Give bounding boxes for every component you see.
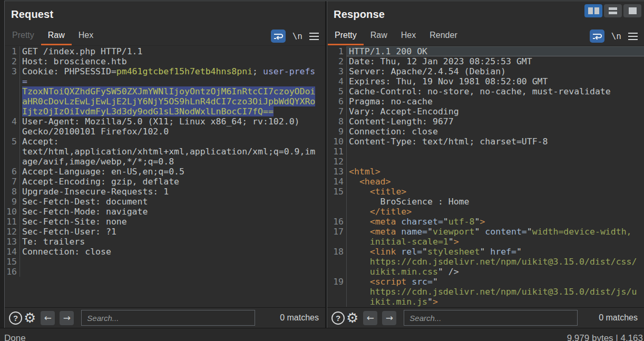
- line-number: 3: [327, 66, 347, 76]
- request-search-bar: ? ⚙ ← → 0 matches: [5, 307, 325, 328]
- request-editor-menu-button[interactable]: [309, 32, 319, 41]
- line-number: 1: [5, 46, 20, 56]
- request-search-input[interactable]: [81, 310, 255, 326]
- response-tab-raw[interactable]: Raw: [364, 27, 394, 45]
- line-number: 7: [327, 106, 347, 116]
- code-line: Date: Thu, 12 Jan 2023 08:25:53 GMT: [347, 56, 644, 66]
- word-wrap-toggle[interactable]: [590, 30, 604, 43]
- code-row: 10Content-Type: text/html; charset=UTF-8: [327, 137, 644, 147]
- code-row: initial-scale=1">: [327, 237, 644, 247]
- line-number: 13: [327, 167, 347, 177]
- code-line: [347, 147, 644, 157]
- line-number: 2: [5, 56, 20, 66]
- status-size-label: 9,979 bytes | 4,163: [567, 333, 643, 341]
- code-line: Expires: Thu, 19 Nov 1981 08:52:00 GMT: [347, 76, 644, 86]
- response-tab-render[interactable]: Render: [423, 27, 464, 45]
- response-editor-menu-button[interactable]: [628, 32, 638, 41]
- code-row: 5Accept:: [5, 137, 325, 147]
- code-line: Upgrade-Insecure-Requests: 1: [20, 187, 325, 197]
- response-search-input[interactable]: [404, 310, 578, 326]
- code-line: ikit.min.js">: [347, 297, 644, 307]
- response-panel-title: Response: [334, 8, 385, 21]
- line-number: [5, 96, 20, 106]
- code-row: TzoxNToiQXZhdGFySW50ZXJmYWNlIjoyOntzOjM6…: [5, 86, 325, 96]
- response-editor[interactable]: 1HTTP/1.1 200 OK2Date: Thu, 12 Jan 2023 …: [327, 45, 644, 307]
- code-row: BroScience : Home: [327, 197, 644, 207]
- help-icon[interactable]: ?: [331, 311, 345, 325]
- line-number: [5, 157, 20, 167]
- response-tab-pretty[interactable]: Pretty: [328, 27, 364, 45]
- code-line: Accept-Encoding: gzip, deflate: [20, 177, 325, 187]
- next-match-button[interactable]: →: [382, 311, 396, 325]
- line-number: [5, 76, 20, 86]
- code-row: 17 <meta name="viewport" content="width=…: [327, 227, 644, 237]
- search-settings-gear-icon[interactable]: ⚙: [24, 311, 36, 325]
- code-row: 9Sec-Fetch-Dest: document: [5, 197, 325, 207]
- code-row: 12Sec-Fetch-User: ?1: [5, 227, 325, 237]
- request-tab-raw[interactable]: Raw: [41, 27, 72, 45]
- code-row: 3Cookie: PHPSESSID=pm461gtcbef15h7etb4hn…: [5, 66, 325, 76]
- columns-view-icon: [594, 7, 599, 14]
- line-number: 11: [5, 217, 20, 227]
- next-match-button[interactable]: →: [60, 311, 74, 325]
- word-wrap-toggle[interactable]: [271, 30, 286, 43]
- response-tab-hex[interactable]: Hex: [394, 27, 423, 45]
- previous-match-button[interactable]: ←: [41, 311, 55, 325]
- code-line: =: [20, 76, 325, 86]
- status-done-label: Done: [4, 333, 26, 341]
- code-row: 4User-Agent: Mozilla/5.0 (X11; Linux x86…: [5, 116, 325, 126]
- hamburger-icon: [628, 33, 638, 34]
- request-editor[interactable]: 1GET /index.php HTTP/1.12Host: broscienc…: [5, 45, 325, 307]
- show-newlines-toggle[interactable]: \n: [611, 31, 621, 41]
- line-number: 4: [327, 76, 347, 86]
- line-number: 7: [5, 177, 20, 187]
- line-number: 12: [5, 227, 20, 237]
- code-line: Te: trailers: [20, 237, 325, 247]
- line-number: [5, 106, 20, 116]
- code-line: text/html,application/xhtml+xml,applicat…: [20, 147, 325, 157]
- code-line: Cache-Control: no-store, no-cache, must-…: [347, 86, 644, 96]
- previous-match-button[interactable]: ←: [363, 311, 377, 325]
- code-line: aHR0cDovLzEwLjEwLjE2LjY6NjY5OS9hLnR4dCI7…: [20, 96, 325, 106]
- code-row: 6Pragma: no-cache: [327, 96, 644, 106]
- code-row: 6Accept-Language: en-US,en;q=0.5: [5, 167, 325, 177]
- code-line: Sec-Fetch-Dest: document: [20, 197, 325, 207]
- code-line: IjtzOjIzOiIvdmFyL3d3dy9odG1sL3NodWxlLnBo…: [20, 106, 325, 116]
- code-row: 2Date: Thu, 12 Jan 2023 08:25:53 GMT: [327, 56, 644, 66]
- layout-stacked-view-button[interactable]: [604, 4, 622, 17]
- line-number: [327, 257, 347, 267]
- line-number: 4: [5, 116, 20, 126]
- line-number: 3: [5, 66, 20, 76]
- line-number: 10: [5, 207, 20, 217]
- layout-single-view-button[interactable]: [623, 4, 641, 17]
- layout-columns-view-button[interactable]: [584, 4, 602, 17]
- word-wrap-icon: [592, 32, 602, 41]
- request-tab-hex[interactable]: Hex: [72, 27, 100, 45]
- response-panel: Response PrettyRawHexRender \n 1HTTP/1.1…: [327, 1, 644, 328]
- search-settings-gear-icon[interactable]: ⚙: [346, 311, 358, 325]
- code-line: Host: broscience.htb: [20, 56, 325, 66]
- help-icon[interactable]: ?: [9, 311, 22, 325]
- line-number: 16: [327, 217, 347, 227]
- line-number: 18: [327, 247, 347, 257]
- word-wrap-icon: [273, 32, 284, 41]
- stacked-view-icon: [609, 7, 617, 10]
- line-number: 6: [5, 167, 20, 177]
- code-line: Gecko/20100101 Firefox/102.0: [20, 126, 325, 137]
- code-row: 15: [5, 257, 325, 267]
- code-row: Gecko/20100101 Firefox/102.0: [5, 126, 325, 137]
- code-line: Pragma: no-cache: [347, 96, 644, 106]
- code-row: 11Sec-Fetch-Site: none: [5, 217, 325, 227]
- code-line: Content-Length: 9677: [347, 116, 644, 126]
- code-line: </title>: [347, 207, 644, 217]
- code-line: User-Agent: Mozilla/5.0 (X11; Linux x86_…: [20, 116, 325, 126]
- single-view-icon: [629, 7, 637, 14]
- code-row: 8Upgrade-Insecure-Requests: 1: [5, 187, 325, 197]
- code-line: <link rel="stylesheet" href=": [347, 247, 644, 257]
- code-line: Accept:: [20, 137, 325, 147]
- code-row: age/avif,image/webp,*/*;q=0.8: [5, 157, 325, 167]
- line-number: 13: [5, 237, 20, 247]
- code-row: text/html,application/xhtml+xml,applicat…: [5, 147, 325, 157]
- code-row: 16 <meta charset="utf-8">: [327, 217, 644, 227]
- show-newlines-toggle[interactable]: \n: [292, 31, 303, 41]
